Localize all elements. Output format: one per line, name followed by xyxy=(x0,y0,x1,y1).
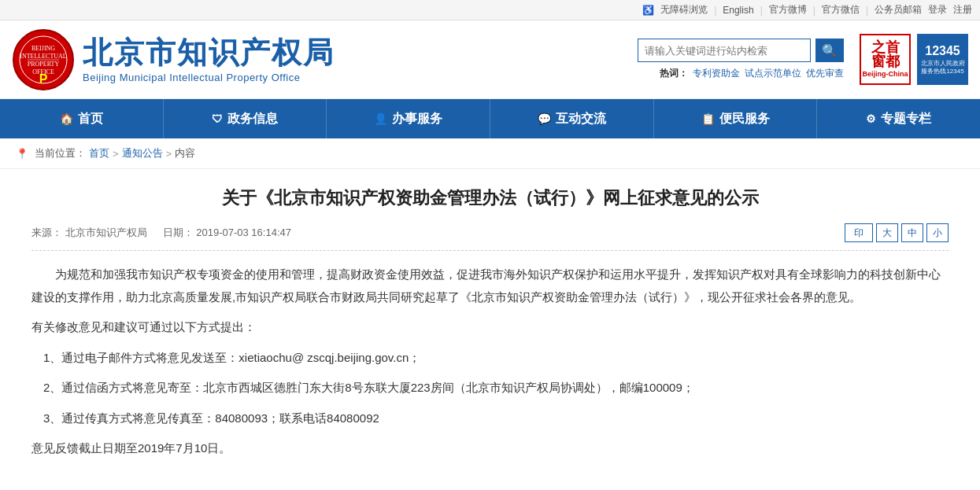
english-link[interactable]: English xyxy=(723,5,753,16)
header-logos: 之首 窗都 Beijing-China 12345 北京市人民政府 服务热线12… xyxy=(860,34,968,85)
weixin-link[interactable]: 官方微信 xyxy=(822,3,860,17)
nav-interaction-label: 互动交流 xyxy=(556,111,606,127)
hot-link-priority[interactable]: 优先审查 xyxy=(806,67,844,80)
body-paragraph-2: 有关修改意见和建议可通过以下方式提出： xyxy=(31,316,949,339)
breadcrumb-current: 当前位置： xyxy=(35,146,86,160)
main-nav: 🏠 首页 🛡 政务信息 👤 办事服务 💬 互动交流 📋 便民服务 ⚙ 专题专栏 xyxy=(0,99,980,138)
weibo-link[interactable]: 官方微博 xyxy=(769,3,807,17)
logo-text: 北京市知识产权局 Beijing Municipal Intellectual … xyxy=(83,35,335,83)
nav-convenience-label: 便民服务 xyxy=(719,111,770,127)
login-link[interactable]: 登录 xyxy=(928,3,947,17)
nav-services[interactable]: 👤 办事服务 xyxy=(327,99,490,138)
hot-links: 热词： 专利资助金 试点示范单位 优先审查 xyxy=(660,67,844,80)
article-body: 为规范和加强我市知识产权专项资金的使用和管理，提高财政资金使用效益，促进我市海外… xyxy=(31,263,949,460)
email-link[interactable]: 公务员邮箱 xyxy=(875,3,922,17)
print-button[interactable]: 印 xyxy=(845,223,873,242)
body-item-3: 3、通过传真方式将意见传真至：84080093；联系电话84080092 xyxy=(31,407,949,430)
register-link[interactable]: 注册 xyxy=(953,3,972,17)
header-right: 🔍 热词： 专利资助金 试点示范单位 优先审查 xyxy=(638,39,844,80)
font-medium-button[interactable]: 中 xyxy=(901,223,923,242)
nav-services-label: 办事服务 xyxy=(392,111,442,127)
font-small-button[interactable]: 小 xyxy=(926,223,949,242)
content-area: 关于《北京市知识产权资助金管理办法（试行）》网上征求意见的公示 来源： 北京市知… xyxy=(0,169,980,484)
svg-text:BEIJING: BEIJING xyxy=(31,45,55,52)
font-large-button[interactable]: 大 xyxy=(876,223,898,242)
svg-text:PROPERTY: PROPERTY xyxy=(28,61,60,68)
meta-left: 来源： 北京市知识产权局 日期： 2019-07-03 16:14:47 xyxy=(31,226,291,240)
body-item-1: 1、通过电子邮件方式将意见发送至：xietiaochu@ zscqj.beiji… xyxy=(31,347,949,370)
home-icon: 🏠 xyxy=(60,112,73,125)
nav-home-label: 首页 xyxy=(78,111,103,127)
search-row: 🔍 xyxy=(638,39,844,62)
body-paragraph-1: 为规范和加强我市知识产权专项资金的使用和管理，提高财政资金使用效益，促进我市海外… xyxy=(31,263,949,308)
accessibility-icon: ♿ xyxy=(642,5,654,16)
nav-home[interactable]: 🏠 首页 xyxy=(0,99,164,138)
body-item-2: 2、通过信函方式将意见寄至：北京市西城区德胜门东大街8号东联大厦223房间（北京… xyxy=(31,377,949,400)
service-logo: 12345 北京市人民政府 服务热线12345 xyxy=(917,34,968,85)
gear-icon: ⚙ xyxy=(866,112,876,125)
breadcrumb: 📍 当前位置： 首页 > 通知公告 > 内容 xyxy=(0,138,980,169)
source-value: 北京市知识产权局 xyxy=(65,227,147,238)
beijing-logo: 之首 窗都 Beijing-China xyxy=(860,34,911,85)
header: BEIJING INTELLECTUAL PROPERTY OFFICE P 北… xyxy=(0,20,980,99)
site-title-cn: 北京市知识产权局 xyxy=(83,35,335,72)
breadcrumb-home[interactable]: 首页 xyxy=(89,146,109,160)
date-value: 2019-07-03 16:14:47 xyxy=(196,227,291,238)
article-meta: 来源： 北京市知识产权局 日期： 2019-07-03 16:14:47 印 大… xyxy=(31,223,949,251)
top-bar: ♿ 无障碍浏览 | English | 官方微博 | 官方微信 | 公务员邮箱 … xyxy=(0,0,980,20)
clipboard-icon: 📋 xyxy=(701,112,715,125)
person-icon: 👤 xyxy=(374,112,387,125)
body-paragraph-3: 意见反馈截止日期至2019年7月10日。 xyxy=(31,437,949,460)
hot-link-patent[interactable]: 专利资助金 xyxy=(693,67,740,80)
nav-special-topics-label: 专题专栏 xyxy=(881,111,931,127)
font-size-controls: 印 大 中 小 xyxy=(845,223,949,242)
hot-label: 热词： xyxy=(660,67,688,80)
hot-link-pilot[interactable]: 试点示范单位 xyxy=(745,67,801,80)
nav-convenience[interactable]: 📋 便民服务 xyxy=(654,99,818,138)
article-title: 关于《北京市知识产权资助金管理办法（试行）》网上征求意见的公示 xyxy=(31,185,949,211)
nav-interaction[interactable]: 💬 互动交流 xyxy=(490,99,654,138)
date-label: 日期： 2019-07-03 16:14:47 xyxy=(163,226,291,240)
svg-text:P: P xyxy=(39,72,48,86)
accessibility-link[interactable]: 无障碍浏览 xyxy=(660,3,708,17)
nav-gov-info[interactable]: 🛡 政务信息 xyxy=(164,99,327,138)
nav-gov-info-label: 政务信息 xyxy=(227,111,278,127)
search-button[interactable]: 🔍 xyxy=(815,39,844,62)
logo-emblem: BEIJING INTELLECTUAL PROPERTY OFFICE P xyxy=(12,28,75,91)
header-left: BEIJING INTELLECTUAL PROPERTY OFFICE P 北… xyxy=(12,28,335,91)
search-input[interactable] xyxy=(638,39,811,62)
shield-icon: 🛡 xyxy=(212,112,223,125)
svg-text:INTELLECTUAL: INTELLECTUAL xyxy=(20,53,67,60)
service-number: 12345 xyxy=(925,43,960,60)
chat-icon: 💬 xyxy=(538,112,551,125)
service-label: 北京市人民政府 服务热线12345 xyxy=(921,60,965,76)
breadcrumb-content: 内容 xyxy=(175,146,195,160)
beijing-sub: Beijing-China xyxy=(863,70,908,79)
location-icon: 📍 xyxy=(16,148,28,160)
nav-special-topics[interactable]: ⚙ 专题专栏 xyxy=(817,99,980,138)
breadcrumb-notice[interactable]: 通知公告 xyxy=(122,146,163,160)
site-title-en: Beijing Municipal Intellectual Property … xyxy=(83,72,335,83)
source-label: 来源： 北京市知识产权局 xyxy=(31,226,147,240)
